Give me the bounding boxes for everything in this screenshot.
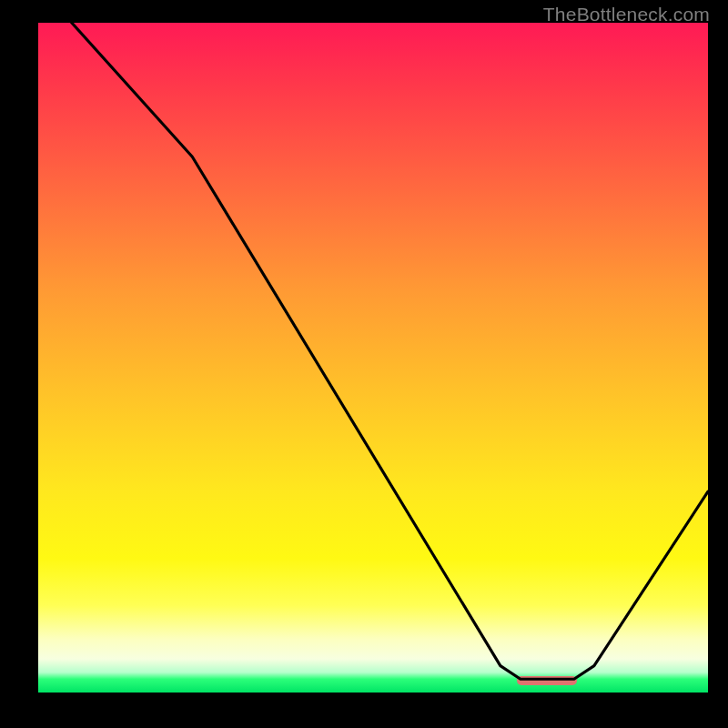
chart-frame: TheBottleneck.com (0, 0, 728, 728)
plot-area (35, 23, 708, 696)
curve-path (38, 23, 708, 679)
curve-line (38, 23, 708, 693)
